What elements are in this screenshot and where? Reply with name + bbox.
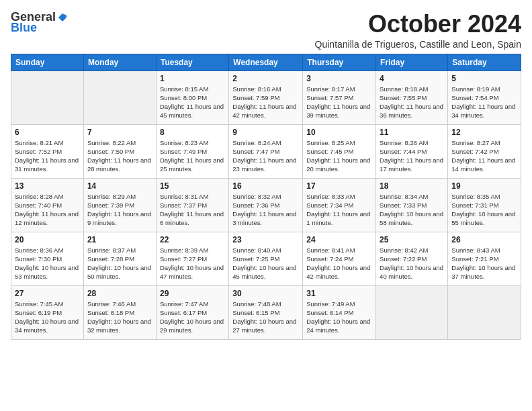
week-row-1: 6Sunrise: 8:21 AM Sunset: 7:52 PM Daylig… — [11, 124, 521, 178]
day-number: 12 — [451, 128, 517, 137]
day-number: 28 — [87, 289, 152, 298]
calendar-cell: 19Sunrise: 8:35 AM Sunset: 7:31 PM Dayli… — [448, 178, 521, 232]
day-number: 20 — [15, 235, 80, 244]
calendar-cell: 21Sunrise: 8:37 AM Sunset: 7:28 PM Dayli… — [83, 232, 156, 285]
calendar-cell: 16Sunrise: 8:32 AM Sunset: 7:36 PM Dayli… — [229, 178, 303, 232]
calendar-cell: 29Sunrise: 7:47 AM Sunset: 6:17 PM Dayli… — [156, 285, 228, 339]
header-thursday: Thursday — [303, 54, 376, 71]
week-row-3: 20Sunrise: 8:36 AM Sunset: 7:30 PM Dayli… — [11, 232, 521, 285]
calendar-cell: 7Sunrise: 8:22 AM Sunset: 7:50 PM Daylig… — [83, 124, 156, 178]
day-info: Sunrise: 8:34 AM Sunset: 7:33 PM Dayligh… — [380, 192, 444, 228]
calendar-cell: 14Sunrise: 8:29 AM Sunset: 7:39 PM Dayli… — [83, 178, 156, 232]
calendar-cell: 20Sunrise: 8:36 AM Sunset: 7:30 PM Dayli… — [11, 232, 84, 285]
calendar-cell: 30Sunrise: 7:48 AM Sunset: 6:15 PM Dayli… — [229, 285, 303, 339]
day-number: 27 — [15, 289, 80, 298]
location-title: Quintanilla de Trigueros, Castille and L… — [315, 39, 521, 50]
day-number: 23 — [232, 235, 299, 244]
calendar-cell: 26Sunrise: 8:43 AM Sunset: 7:21 PM Dayli… — [448, 232, 521, 285]
day-info: Sunrise: 8:32 AM Sunset: 7:36 PM Dayligh… — [232, 192, 299, 228]
day-info: Sunrise: 8:35 AM Sunset: 7:31 PM Dayligh… — [451, 192, 517, 228]
day-info: Sunrise: 8:25 AM Sunset: 7:45 PM Dayligh… — [306, 138, 372, 174]
day-number: 4 — [380, 74, 444, 83]
day-number: 10 — [306, 128, 372, 137]
day-info: Sunrise: 8:27 AM Sunset: 7:42 PM Dayligh… — [451, 138, 517, 174]
day-info: Sunrise: 8:37 AM Sunset: 7:28 PM Dayligh… — [87, 246, 152, 281]
day-info: Sunrise: 8:28 AM Sunset: 7:40 PM Dayligh… — [15, 192, 80, 228]
calendar-cell: 6Sunrise: 8:21 AM Sunset: 7:52 PM Daylig… — [11, 124, 84, 178]
day-info: Sunrise: 8:26 AM Sunset: 7:44 PM Dayligh… — [380, 138, 444, 174]
day-number: 21 — [87, 235, 152, 244]
day-number: 25 — [380, 235, 444, 244]
day-number: 26 — [451, 235, 517, 244]
day-info: Sunrise: 8:41 AM Sunset: 7:24 PM Dayligh… — [306, 246, 372, 281]
day-info: Sunrise: 8:33 AM Sunset: 7:34 PM Dayligh… — [306, 192, 372, 228]
logo-icon — [57, 12, 68, 23]
day-info: Sunrise: 8:31 AM Sunset: 7:37 PM Dayligh… — [160, 192, 225, 228]
calendar-cell: 15Sunrise: 8:31 AM Sunset: 7:37 PM Dayli… — [156, 178, 228, 232]
header-saturday: Saturday — [448, 54, 521, 71]
calendar-cell: 22Sunrise: 8:39 AM Sunset: 7:27 PM Dayli… — [156, 232, 228, 285]
calendar-cell: 5Sunrise: 8:19 AM Sunset: 7:54 PM Daylig… — [448, 71, 521, 124]
day-number: 30 — [232, 289, 299, 298]
day-number: 1 — [160, 74, 225, 83]
day-number: 2 — [232, 74, 299, 83]
day-number: 11 — [380, 128, 444, 137]
header-sunday: Sunday — [11, 54, 84, 71]
calendar-table: SundayMondayTuesdayWednesdayThursdayFrid… — [11, 54, 521, 340]
day-info: Sunrise: 8:39 AM Sunset: 7:27 PM Dayligh… — [160, 246, 225, 281]
day-info: Sunrise: 7:49 AM Sunset: 6:14 PM Dayligh… — [306, 300, 372, 335]
calendar-cell — [11, 71, 84, 124]
calendar-cell: 28Sunrise: 7:46 AM Sunset: 6:18 PM Dayli… — [83, 285, 156, 339]
calendar-cell: 23Sunrise: 8:40 AM Sunset: 7:25 PM Dayli… — [229, 232, 303, 285]
day-number: 14 — [87, 181, 152, 191]
calendar-cell — [83, 71, 156, 124]
week-row-4: 27Sunrise: 7:45 AM Sunset: 6:19 PM Dayli… — [11, 285, 521, 339]
day-info: Sunrise: 8:29 AM Sunset: 7:39 PM Dayligh… — [87, 192, 152, 228]
day-info: Sunrise: 8:24 AM Sunset: 7:47 PM Dayligh… — [232, 138, 299, 174]
day-info: Sunrise: 7:45 AM Sunset: 6:19 PM Dayligh… — [15, 300, 80, 335]
calendar-cell: 9Sunrise: 8:24 AM Sunset: 7:47 PM Daylig… — [229, 124, 303, 178]
day-number: 31 — [306, 289, 372, 298]
day-info: Sunrise: 7:46 AM Sunset: 6:18 PM Dayligh… — [87, 300, 152, 335]
calendar-cell: 18Sunrise: 8:34 AM Sunset: 7:33 PM Dayli… — [376, 178, 448, 232]
day-number: 8 — [160, 128, 225, 137]
calendar-cell: 17Sunrise: 8:33 AM Sunset: 7:34 PM Dayli… — [303, 178, 376, 232]
calendar-cell: 1Sunrise: 8:15 AM Sunset: 8:00 PM Daylig… — [156, 71, 228, 124]
calendar-cell: 4Sunrise: 8:18 AM Sunset: 7:55 PM Daylig… — [376, 71, 448, 124]
day-number: 18 — [380, 181, 444, 191]
header-tuesday: Tuesday — [156, 54, 228, 71]
header-monday: Monday — [83, 54, 156, 71]
day-info: Sunrise: 8:15 AM Sunset: 8:00 PM Dayligh… — [160, 85, 225, 120]
logo: General Blue — [11, 11, 69, 35]
day-number: 3 — [306, 74, 372, 83]
week-row-0: 1Sunrise: 8:15 AM Sunset: 8:00 PM Daylig… — [11, 71, 521, 124]
day-number: 9 — [232, 128, 299, 137]
day-info: Sunrise: 8:36 AM Sunset: 7:30 PM Dayligh… — [15, 246, 80, 281]
month-title: October 2024 — [315, 11, 521, 38]
day-number: 5 — [451, 74, 517, 83]
day-number: 22 — [160, 235, 225, 244]
header-friday: Friday — [376, 54, 448, 71]
day-info: Sunrise: 7:47 AM Sunset: 6:17 PM Dayligh… — [160, 300, 225, 335]
calendar-cell: 13Sunrise: 8:28 AM Sunset: 7:40 PM Dayli… — [11, 178, 84, 232]
day-number: 17 — [306, 181, 372, 191]
calendar-cell: 27Sunrise: 7:45 AM Sunset: 6:19 PM Dayli… — [11, 285, 84, 339]
day-info: Sunrise: 8:21 AM Sunset: 7:52 PM Dayligh… — [15, 138, 80, 174]
svg-marker-0 — [58, 13, 66, 21]
calendar-cell: 3Sunrise: 8:17 AM Sunset: 7:57 PM Daylig… — [303, 71, 376, 124]
calendar-cell — [448, 285, 521, 339]
page-header: General Blue October 2024 Quintanilla de… — [11, 11, 521, 50]
day-info: Sunrise: 7:48 AM Sunset: 6:15 PM Dayligh… — [232, 300, 299, 335]
calendar-cell: 25Sunrise: 8:42 AM Sunset: 7:22 PM Dayli… — [376, 232, 448, 285]
calendar-cell: 2Sunrise: 8:16 AM Sunset: 7:59 PM Daylig… — [229, 71, 303, 124]
day-info: Sunrise: 8:42 AM Sunset: 7:22 PM Dayligh… — [380, 246, 444, 281]
logo-blue: Blue — [11, 21, 37, 35]
day-number: 16 — [232, 181, 299, 191]
day-info: Sunrise: 8:18 AM Sunset: 7:55 PM Dayligh… — [380, 85, 444, 120]
day-number: 6 — [15, 128, 80, 137]
calendar-cell: 10Sunrise: 8:25 AM Sunset: 7:45 PM Dayli… — [303, 124, 376, 178]
day-info: Sunrise: 8:22 AM Sunset: 7:50 PM Dayligh… — [87, 138, 152, 174]
day-info: Sunrise: 8:43 AM Sunset: 7:21 PM Dayligh… — [451, 246, 517, 281]
calendar-cell: 11Sunrise: 8:26 AM Sunset: 7:44 PM Dayli… — [376, 124, 448, 178]
header-wednesday: Wednesday — [229, 54, 303, 71]
